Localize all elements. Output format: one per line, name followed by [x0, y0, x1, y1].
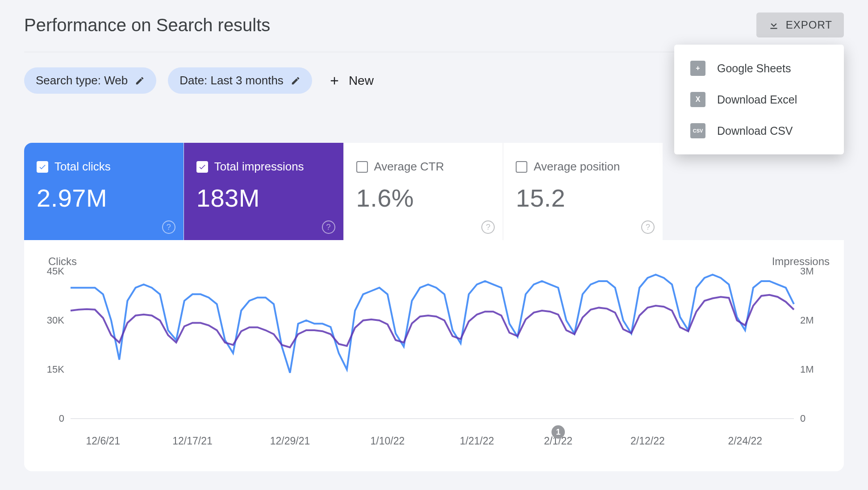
export-item-sheets[interactable]: + Google Sheets [674, 53, 844, 84]
svg-text:45K: 45K [47, 266, 64, 277]
metric-cards: Total clicks 2.97M ? Total impressions 1… [24, 143, 663, 240]
card-label: Average CTR [374, 160, 444, 174]
svg-text:12/29/21: 12/29/21 [270, 435, 310, 447]
svg-text:1/21/22: 1/21/22 [460, 435, 494, 447]
chart-panel: ClicksImpressions45K30K15K03M2M1M012/6/2… [24, 240, 844, 471]
add-filter-label: New [349, 74, 374, 88]
svg-text:15K: 15K [47, 364, 64, 375]
svg-text:0: 0 [59, 413, 64, 424]
svg-text:2/12/22: 2/12/22 [630, 435, 665, 447]
pencil-icon [291, 76, 300, 86]
help-icon[interactable]: ? [322, 220, 335, 234]
card-value: 2.97M [37, 183, 171, 212]
svg-text:2M: 2M [800, 315, 814, 326]
card-label: Average position [534, 160, 620, 174]
card-label: Total clicks [54, 160, 111, 174]
export-item-label: Download CSV [717, 125, 793, 137]
filter-date[interactable]: Date: Last 3 months [168, 67, 312, 94]
export-button[interactable]: EXPORT [756, 12, 844, 37]
card-value: 183M [196, 183, 331, 212]
help-icon[interactable]: ? [162, 220, 175, 234]
checkbox-on-icon [196, 161, 208, 173]
csv-icon: CSV [690, 123, 705, 138]
checkbox-off-icon [516, 161, 527, 173]
svg-text:3M: 3M [800, 266, 814, 277]
card-value: 15.2 [516, 183, 650, 212]
download-icon [768, 19, 780, 31]
svg-text:1: 1 [556, 428, 560, 436]
add-filter-button[interactable]: New [324, 71, 378, 91]
filter-label: Date: Last 3 months [179, 74, 284, 87]
svg-text:12/6/21: 12/6/21 [86, 435, 120, 447]
card-average-ctr[interactable]: Average CTR 1.6% ? [344, 143, 504, 240]
export-item-excel[interactable]: X Download Excel [674, 84, 844, 115]
help-icon[interactable]: ? [641, 220, 655, 234]
help-icon[interactable]: ? [481, 220, 495, 234]
card-value: 1.6% [356, 183, 491, 212]
card-total-impressions[interactable]: Total impressions 183M ? [184, 143, 344, 240]
svg-text:1M: 1M [800, 364, 814, 375]
checkbox-off-icon [356, 161, 368, 173]
sheets-icon: + [690, 61, 705, 76]
svg-text:2/24/22: 2/24/22 [728, 435, 762, 447]
pencil-icon [135, 76, 145, 86]
export-button-label: EXPORT [786, 19, 832, 31]
export-item-label: Download Excel [717, 93, 797, 106]
svg-text:12/17/21: 12/17/21 [172, 435, 213, 447]
plus-icon [328, 75, 341, 87]
filter-search-type[interactable]: Search type: Web [24, 67, 156, 94]
checkbox-on-icon [37, 161, 48, 173]
page-title: Performance on Search results [24, 15, 270, 35]
export-item-label: Google Sheets [717, 62, 791, 75]
svg-text:1/10/22: 1/10/22 [371, 435, 405, 447]
performance-chart: ClicksImpressions45K30K15K03M2M1M012/6/2… [35, 253, 834, 459]
svg-text:30K: 30K [47, 315, 64, 326]
filter-label: Search type: Web [36, 74, 128, 87]
svg-text:0: 0 [800, 413, 805, 424]
excel-icon: X [690, 92, 705, 107]
card-average-position[interactable]: Average position 15.2 ? [503, 143, 663, 240]
card-label: Total impressions [214, 160, 304, 174]
card-total-clicks[interactable]: Total clicks 2.97M ? [24, 143, 184, 240]
export-item-csv[interactable]: CSV Download CSV [674, 115, 844, 146]
export-menu: + Google Sheets X Download Excel CSV Dow… [674, 45, 844, 154]
